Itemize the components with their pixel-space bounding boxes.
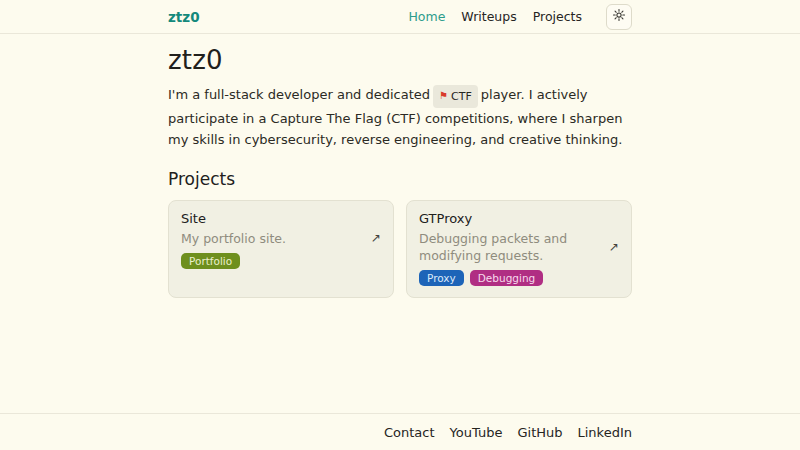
main-nav: Home Writeups Projects [408,4,632,30]
theme-toggle-button[interactable] [606,4,632,30]
ctf-badge-label: CTF [451,86,472,107]
tag-proxy: Proxy [419,270,464,287]
project-description: Debugging packets and modifying requests… [419,230,605,264]
site-header: ztz0 Home Writeups Projects [0,0,800,34]
project-card-site[interactable]: Site My portfolio site. ↗ Portfolio [168,200,394,299]
project-card-gtproxy[interactable]: GTProxy Debugging packets and modifying … [406,200,632,299]
page-title: ztz0 [168,45,632,75]
project-title: Site [181,211,381,227]
tag-portfolio: Portfolio [181,253,240,270]
footer-link-contact[interactable]: Contact [384,425,435,440]
nav-item-home[interactable]: Home [408,9,445,24]
project-tags: Portfolio [181,253,381,270]
project-tags: Proxy Debugging [419,270,619,287]
sun-icon [612,8,626,25]
footer-link-linkedin[interactable]: LinkedIn [578,425,632,440]
intro-text-before: I'm a full-stack developer and dedicated [168,87,430,102]
intro-paragraph: I'm a full-stack developer and dedicated… [168,84,632,150]
arrow-up-right-icon[interactable]: ↗ [371,232,381,244]
project-description: My portfolio site. [181,230,286,247]
logo[interactable]: ztz0 [168,9,200,25]
main-content: ztz0 I'm a full-stack developer and dedi… [0,34,800,413]
site-footer: Contact YouTube GitHub LinkedIn [0,413,800,450]
projects-grid: Site My portfolio site. ↗ Portfolio GTPr… [168,200,632,299]
nav-item-writeups[interactable]: Writeups [461,9,516,24]
project-title: GTProxy [419,211,619,227]
footer-link-youtube[interactable]: YouTube [450,425,503,440]
ctf-badge: ⚑CTF [433,85,478,108]
tag-debugging: Debugging [470,270,543,287]
footer-link-github[interactable]: GitHub [517,425,562,440]
flag-icon: ⚑ [439,91,448,101]
arrow-up-right-icon[interactable]: ↗ [609,241,619,253]
nav-item-projects[interactable]: Projects [533,9,582,24]
projects-heading: Projects [168,169,632,189]
